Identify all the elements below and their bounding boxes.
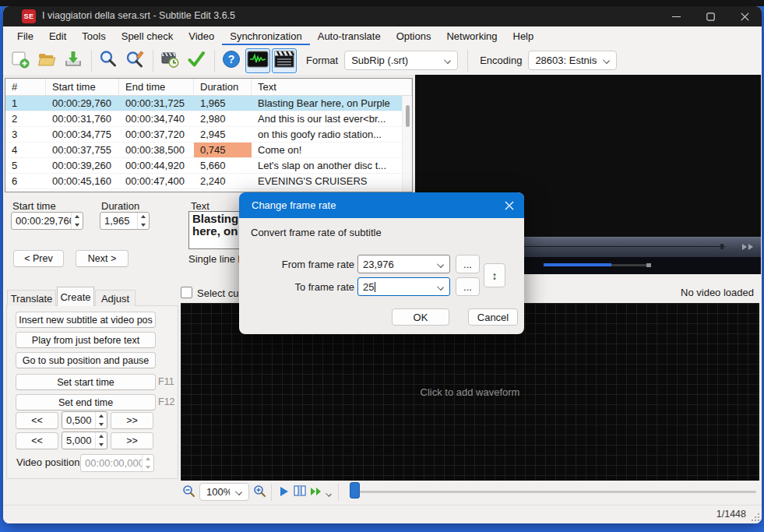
fast-forward-dropdown[interactable] xyxy=(324,486,333,502)
subtitle-list: # Start time End time Duration Text 1 00… xyxy=(5,78,413,192)
to-frame-rate-combo[interactable]: 25 xyxy=(357,277,450,296)
close-button[interactable] xyxy=(727,6,762,26)
duration-spinner[interactable]: 1,965 xyxy=(100,212,150,230)
next-button[interactable]: Next > xyxy=(76,250,129,267)
col-header-end[interactable]: End time xyxy=(119,79,194,95)
insert-new-subtitle-button[interactable]: Insert new subtitle at video pos xyxy=(16,312,156,328)
start-time-spinner[interactable]: 00:00:29,760 xyxy=(11,212,83,230)
waveform-view-mode-button[interactable] xyxy=(292,484,308,499)
col-header-duration[interactable]: Duration xyxy=(194,79,252,95)
minimize-button[interactable] xyxy=(659,6,693,26)
subtitle-row[interactable]: 1 00:00:29,760 00:00:31,725 1,965 Blasti… xyxy=(5,96,412,111)
cancel-button[interactable]: Cancel xyxy=(468,308,518,326)
spinner-up-icon[interactable] xyxy=(96,412,107,421)
subtitle-list-header: # Start time End time Duration Text xyxy=(5,79,412,96)
menu-spell-check[interactable]: Spell check xyxy=(114,26,181,45)
new-file-icon xyxy=(10,49,30,72)
seek-forward-small-button[interactable]: >> xyxy=(111,412,153,429)
fix-common-errors-button[interactable] xyxy=(157,48,182,73)
menu-options[interactable]: Options xyxy=(389,26,439,45)
seek-small-spinner[interactable]: 0,500 xyxy=(62,411,107,429)
col-header-text[interactable]: Text xyxy=(252,79,412,95)
tab-create[interactable]: Create xyxy=(57,287,94,306)
select-current-checkbox[interactable] xyxy=(181,287,192,298)
set-end-time-button[interactable]: Set end time xyxy=(16,394,156,410)
find-button[interactable] xyxy=(96,48,121,73)
chevron-down-icon xyxy=(437,284,444,291)
subtitle-row[interactable]: 4 00:00:37,755 00:00:38,500 0,745 Come o… xyxy=(5,143,412,158)
help-button[interactable]: ? xyxy=(219,48,244,73)
tab-translate[interactable]: Translate xyxy=(7,290,56,306)
spinner-down-icon[interactable] xyxy=(138,221,149,230)
col-header-number[interactable]: # xyxy=(5,79,46,95)
go-to-sub-position-button[interactable]: Go to sub position and pause xyxy=(16,352,156,368)
encoding-combo[interactable]: 28603: Estnisch (ISO xyxy=(528,51,617,70)
waveform-zoom-combo[interactable]: 100% xyxy=(199,483,249,501)
menu-video[interactable]: Video xyxy=(181,26,222,45)
open-file-button[interactable] xyxy=(34,48,59,73)
spinner-down-icon[interactable] xyxy=(72,221,83,230)
to-browse-button[interactable]: ... xyxy=(456,277,480,296)
subtitle-row[interactable]: 6 00:00:45,160 00:00:47,400 2,240 EVENIN… xyxy=(5,174,412,189)
seek-back-small-button[interactable]: << xyxy=(16,412,58,429)
menu-synchronization[interactable]: Synchronization xyxy=(222,26,310,45)
waveform-toggle-icon xyxy=(247,49,269,72)
waveform-zoom-in-button[interactable] xyxy=(252,484,268,500)
seek-forward-large-button[interactable]: >> xyxy=(111,432,153,449)
menu-file[interactable]: File xyxy=(9,26,41,45)
fast-forward-icon[interactable] xyxy=(741,244,753,250)
dialog-close-button[interactable] xyxy=(502,199,516,213)
progress-tick xyxy=(646,263,651,267)
waveform-toggle-button[interactable] xyxy=(245,48,270,73)
dialog-titlebar[interactable]: Change frame rate xyxy=(239,192,524,218)
titlebar[interactable]: SE I viaggiatori della sera.srt - Subtit… xyxy=(3,6,762,26)
seek-back-large-button[interactable]: << xyxy=(16,432,58,449)
new-file-button[interactable] xyxy=(8,48,33,73)
menu-edit[interactable]: Edit xyxy=(41,26,74,45)
menu-networking[interactable]: Networking xyxy=(438,26,505,45)
list-scrollbar-thumb[interactable] xyxy=(406,105,410,127)
set-start-time-shortcut: F11 xyxy=(158,376,174,387)
ok-button[interactable]: OK xyxy=(392,308,449,326)
prev-button[interactable]: < Prev xyxy=(13,250,64,267)
from-browse-button[interactable]: ... xyxy=(456,255,480,273)
menu-help[interactable]: Help xyxy=(505,26,542,45)
replace-button[interactable] xyxy=(122,48,147,73)
subtitle-row[interactable]: 3 00:00:34,775 00:00:37,720 2,945 on thi… xyxy=(5,127,412,143)
waveform-play-button[interactable] xyxy=(276,484,292,500)
spinner-up-icon[interactable] xyxy=(72,213,83,221)
waveform-fast-forward-button[interactable] xyxy=(308,484,324,500)
menu-auto-translate[interactable]: Auto-translate xyxy=(310,26,389,45)
seek-large-spinner[interactable]: 5,000 xyxy=(62,432,107,449)
video-toggle-icon xyxy=(273,49,295,72)
swap-frame-rates-button[interactable]: ↕ xyxy=(484,263,505,287)
progress-buffer xyxy=(611,264,646,266)
resize-grip[interactable] xyxy=(752,513,759,521)
list-scrollbar[interactable] xyxy=(402,96,412,192)
spell-check-button[interactable] xyxy=(184,48,209,73)
spinner-down-icon[interactable] xyxy=(96,421,107,429)
format-combo[interactable]: SubRip (.srt) xyxy=(344,51,458,70)
spinner-up-icon[interactable] xyxy=(96,432,107,441)
col-header-start[interactable]: Start time xyxy=(46,79,119,95)
seek-large-value: 5,000 xyxy=(62,432,95,449)
cell-start: 00:00:45,160 xyxy=(46,174,119,188)
video-toggle-button[interactable] xyxy=(272,48,297,73)
menu-tools[interactable]: Tools xyxy=(74,26,113,45)
spinner-up-icon[interactable] xyxy=(138,213,149,221)
save-button[interactable] xyxy=(61,48,86,73)
tab-adjust[interactable]: Adjust xyxy=(95,290,136,306)
set-start-time-button[interactable]: Set start time xyxy=(16,374,156,390)
waveform-zoom-out-button[interactable] xyxy=(181,484,197,500)
spinner-down-icon[interactable] xyxy=(96,441,107,449)
maximize-button[interactable] xyxy=(693,6,727,26)
chevron-down-icon xyxy=(603,57,610,64)
subtitle-row[interactable]: 2 00:00:31,760 00:00:34,740 2,980 And th… xyxy=(5,111,412,127)
play-before-text-button[interactable]: Play from just before text xyxy=(16,332,156,348)
dialog-description: Convert frame rate of subtitle xyxy=(251,227,382,238)
position-slider-track[interactable] xyxy=(354,491,756,493)
seek-handle[interactable] xyxy=(720,244,724,249)
subtitle-row[interactable]: 5 00:00:39,260 00:00:44,920 5,660 Let's … xyxy=(5,158,412,174)
from-frame-rate-combo[interactable]: 23,976 xyxy=(357,255,450,273)
position-slider-thumb[interactable] xyxy=(350,482,360,499)
